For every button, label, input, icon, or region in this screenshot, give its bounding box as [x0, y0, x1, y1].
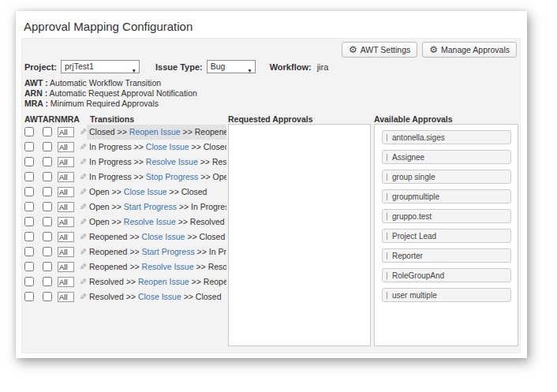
transition-action-link[interactable]: Close Issue [138, 292, 181, 301]
legend-abbr: ARN : [24, 88, 47, 98]
requested-approvals-list[interactable] [228, 124, 371, 346]
awt-checkbox[interactable] [24, 202, 34, 211]
arn-checkbox[interactable] [43, 157, 52, 166]
issue-type-select[interactable]: Bug ▼ [207, 60, 256, 73]
mra-input[interactable] [58, 202, 74, 212]
arn-checkbox[interactable] [43, 262, 52, 271]
arn-checkbox[interactable] [43, 142, 52, 151]
arn-checkbox[interactable] [43, 217, 52, 226]
edit-pencil-icon[interactable]: ✎ [78, 262, 87, 272]
awt-checkbox[interactable] [24, 262, 34, 271]
project-select[interactable]: prjTest1 ▼ [61, 60, 140, 73]
awt-checkbox[interactable] [24, 172, 34, 181]
transition-action-link[interactable]: Close Issue [142, 232, 185, 241]
awt-checkbox[interactable] [24, 277, 34, 286]
arn-checkbox[interactable] [43, 232, 52, 241]
edit-pencil-icon[interactable]: ✎ [78, 142, 87, 152]
arn-checkbox[interactable] [43, 247, 52, 256]
awt-checkbox[interactable] [24, 247, 34, 256]
mra-input[interactable] [58, 172, 74, 182]
approval-item[interactable]: antonella.siges [382, 130, 511, 144]
arn-checkbox[interactable] [43, 202, 52, 211]
transition-cell[interactable]: Open >> Start Progress >> In Progress [87, 200, 226, 215]
transition-cell[interactable]: Reopened >> Start Progress >> In Progres… [87, 245, 226, 259]
arn-checkbox[interactable] [43, 277, 52, 286]
transition-action-link[interactable]: Start Progress [142, 247, 195, 256]
transition-row: ✎Resolved >> Close Issue >> Closed [22, 289, 226, 304]
awt-checkbox[interactable] [24, 127, 34, 136]
legend-line-awt: AWT : Automatic Workflow Transition [24, 78, 197, 88]
transition-action-link[interactable]: Stop Progress [146, 172, 199, 181]
transition-action-link[interactable]: Reopen Issue [129, 127, 181, 136]
edit-pencil-icon[interactable]: ✎ [78, 277, 87, 287]
transition-cell[interactable]: In Progress >> Stop Progress >> Open [87, 170, 226, 185]
transition-cell[interactable]: In Progress >> Resolve Issue >> Resolved [87, 155, 226, 170]
mra-input[interactable] [58, 262, 74, 272]
arn-checkbox[interactable] [43, 172, 52, 181]
edit-pencil-icon[interactable]: ✎ [78, 217, 87, 227]
approval-item[interactable]: group single [382, 170, 511, 184]
awt-checkbox[interactable] [24, 187, 34, 196]
awt-checkbox[interactable] [24, 142, 34, 151]
arn-checkbox[interactable] [43, 127, 52, 136]
edit-pencil-icon[interactable]: ✎ [78, 202, 87, 212]
arn-cell [43, 260, 58, 274]
transition-action-link[interactable]: Reopen Issue [138, 277, 189, 286]
transition-cell[interactable]: Resolved >> Reopen Issue >> Reopened [87, 274, 226, 289]
drag-grip-icon [387, 154, 387, 161]
transition-cell[interactable]: Resolved >> Close Issue >> Closed [87, 289, 226, 304]
mra-input[interactable] [58, 157, 74, 167]
awt-checkbox[interactable] [24, 292, 34, 301]
edit-pencil-icon[interactable]: ✎ [78, 127, 87, 137]
approval-item[interactable]: Assignee [382, 150, 511, 164]
transition-to: Closed [204, 142, 226, 151]
approval-item[interactable]: Project Lead [382, 229, 511, 243]
transition-cell[interactable]: Open >> Close Issue >> Closed [87, 185, 226, 200]
approval-item[interactable]: gruppo.test [382, 209, 511, 223]
transition-cell[interactable]: In Progress >> Close Issue >> Closed [87, 140, 226, 155]
edit-pencil-icon[interactable]: ✎ [78, 232, 87, 242]
transition-from: Reopened [89, 247, 127, 256]
mra-input[interactable] [58, 127, 74, 137]
mra-input[interactable] [58, 277, 74, 287]
arn-checkbox[interactable] [43, 292, 52, 301]
gear-icon: ⚙ [349, 45, 357, 54]
transition-cell[interactable]: Closed >> Reopen Issue >> Reopened [87, 125, 226, 140]
transition-cell[interactable]: Open >> Resolve Issue >> Resolved [87, 215, 226, 230]
approval-item[interactable]: groupmultiple [382, 189, 511, 203]
edit-pencil-icon[interactable]: ✎ [78, 157, 87, 167]
edit-pencil-icon[interactable]: ✎ [78, 247, 87, 257]
legend-line-mra: MRA : Minimum Required Approvals [24, 99, 197, 109]
edit-pencil-icon[interactable]: ✎ [78, 172, 87, 182]
available-approvals-list[interactable]: antonella.sigesAssigneegroup singlegroup… [374, 124, 518, 346]
mra-input[interactable] [58, 232, 74, 242]
transition-action-link[interactable]: Start Progress [124, 202, 177, 211]
transitions-column-header: Transitions [90, 114, 134, 124]
approval-item[interactable]: user multiple [382, 288, 511, 302]
awt-settings-button[interactable]: ⚙ AWT Settings [342, 42, 417, 58]
mra-input[interactable] [58, 292, 74, 302]
awt-checkbox[interactable] [24, 217, 34, 226]
project-label: Project: [24, 62, 57, 72]
transition-action-link[interactable]: Close Issue [146, 142, 189, 151]
mra-input[interactable] [58, 247, 74, 257]
transition-cell[interactable]: Reopened >> Resolve Issue >> Resolved [87, 259, 226, 274]
awt-cell [24, 275, 43, 289]
awt-checkbox[interactable] [24, 157, 34, 166]
transition-cell[interactable]: Reopened >> Close Issue >> Closed [87, 230, 226, 245]
manage-approvals-button[interactable]: ⚙ Manage Approvals [422, 42, 517, 58]
mra-input[interactable] [58, 142, 74, 152]
transition-action-link[interactable]: Resolve Issue [124, 217, 176, 226]
mra-input[interactable] [58, 187, 74, 197]
edit-pencil-icon[interactable]: ✎ [78, 187, 87, 197]
arn-checkbox[interactable] [43, 187, 52, 196]
mra-input[interactable] [58, 217, 74, 227]
transition-action-link[interactable]: Resolve Issue [146, 157, 198, 166]
transition-to: In Progress [209, 247, 226, 256]
edit-pencil-icon[interactable]: ✎ [78, 292, 87, 302]
transition-action-link[interactable]: Resolve Issue [142, 262, 194, 271]
awt-checkbox[interactable] [24, 232, 34, 241]
approval-item[interactable]: RoleGroupAnd [382, 268, 511, 282]
transition-action-link[interactable]: Close Issue [124, 187, 167, 196]
approval-item[interactable]: Reporter [382, 248, 511, 263]
